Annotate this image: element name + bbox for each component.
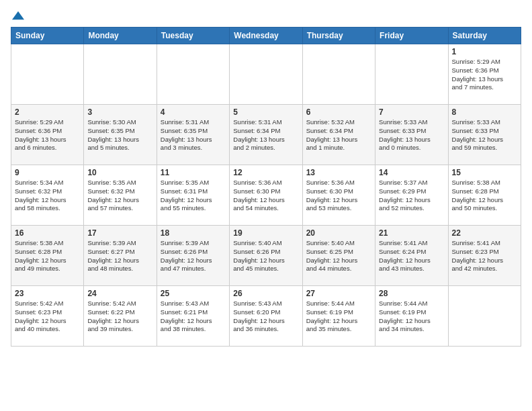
day-info: Sunrise: 5:35 AM Sunset: 6:32 PM Dayligh…: [87, 179, 152, 213]
calendar-day-cell: 21Sunrise: 5:41 AM Sunset: 6:24 PM Dayli…: [375, 226, 448, 286]
calendar-week-row: 2Sunrise: 5:29 AM Sunset: 6:36 PM Daylig…: [11, 105, 521, 165]
calendar-week-row: 23Sunrise: 5:42 AM Sunset: 6:23 PM Dayli…: [11, 286, 521, 347]
calendar-day-cell: 14Sunrise: 5:37 AM Sunset: 6:29 PM Dayli…: [375, 165, 448, 226]
day-info: Sunrise: 5:33 AM Sunset: 6:33 PM Dayligh…: [452, 118, 517, 152]
day-info: Sunrise: 5:42 AM Sunset: 6:23 PM Dayligh…: [15, 300, 80, 334]
day-info: Sunrise: 5:39 AM Sunset: 6:27 PM Dayligh…: [87, 239, 152, 273]
day-number: 4: [161, 107, 226, 117]
day-number: 21: [379, 228, 444, 238]
calendar-day-cell: [157, 44, 229, 105]
calendar-day-cell: 19Sunrise: 5:40 AM Sunset: 6:26 PM Dayli…: [230, 226, 302, 286]
calendar-day-cell: 15Sunrise: 5:38 AM Sunset: 6:28 PM Dayli…: [448, 165, 521, 226]
day-info: Sunrise: 5:36 AM Sunset: 6:30 PM Dayligh…: [306, 179, 371, 213]
calendar-day-cell: 20Sunrise: 5:40 AM Sunset: 6:25 PM Dayli…: [302, 226, 375, 286]
day-info: Sunrise: 5:44 AM Sunset: 6:19 PM Dayligh…: [379, 300, 444, 334]
calendar-day-cell: 28Sunrise: 5:44 AM Sunset: 6:19 PM Dayli…: [375, 286, 448, 347]
day-number: 17: [87, 228, 152, 238]
day-number: 6: [306, 107, 371, 117]
day-info: Sunrise: 5:33 AM Sunset: 6:33 PM Dayligh…: [379, 118, 444, 152]
day-info: Sunrise: 5:31 AM Sunset: 6:35 PM Dayligh…: [161, 118, 226, 152]
day-info: Sunrise: 5:30 AM Sunset: 6:35 PM Dayligh…: [87, 118, 152, 152]
day-number: 24: [87, 289, 152, 298]
day-info: Sunrise: 5:41 AM Sunset: 6:23 PM Dayligh…: [452, 239, 517, 273]
day-info: Sunrise: 5:38 AM Sunset: 6:28 PM Dayligh…: [452, 179, 517, 213]
calendar-day-cell: 4Sunrise: 5:31 AM Sunset: 6:35 PM Daylig…: [157, 105, 229, 165]
calendar-day-cell: 25Sunrise: 5:43 AM Sunset: 6:21 PM Dayli…: [157, 286, 229, 347]
day-number: 18: [161, 228, 226, 238]
day-info: Sunrise: 5:36 AM Sunset: 6:30 PM Dayligh…: [233, 179, 298, 213]
day-info: Sunrise: 5:43 AM Sunset: 6:21 PM Dayligh…: [161, 300, 226, 334]
calendar-day-cell: 2Sunrise: 5:29 AM Sunset: 6:36 PM Daylig…: [11, 105, 84, 165]
calendar-week-row: 16Sunrise: 5:38 AM Sunset: 6:28 PM Dayli…: [11, 226, 521, 286]
calendar-header-row: SundayMondayTuesdayWednesdayThursdayFrid…: [11, 28, 521, 44]
day-info: Sunrise: 5:32 AM Sunset: 6:34 PM Dayligh…: [306, 118, 371, 152]
day-info: Sunrise: 5:29 AM Sunset: 6:36 PM Dayligh…: [452, 58, 517, 92]
day-number: 25: [161, 289, 226, 298]
calendar-week-row: 9Sunrise: 5:34 AM Sunset: 6:32 PM Daylig…: [11, 165, 521, 226]
day-number: 14: [379, 168, 444, 177]
calendar-day-cell: [302, 44, 375, 105]
calendar-day-cell: 12Sunrise: 5:36 AM Sunset: 6:30 PM Dayli…: [230, 165, 302, 226]
day-info: Sunrise: 5:44 AM Sunset: 6:19 PM Dayligh…: [306, 300, 371, 334]
day-info: Sunrise: 5:41 AM Sunset: 6:24 PM Dayligh…: [379, 239, 444, 273]
day-info: Sunrise: 5:42 AM Sunset: 6:22 PM Dayligh…: [87, 300, 152, 334]
day-number: 8: [452, 107, 517, 117]
calendar-day-header: Saturday: [448, 28, 521, 44]
day-number: 28: [379, 289, 444, 298]
day-number: 19: [233, 228, 298, 238]
day-number: 26: [233, 289, 298, 298]
day-number: 12: [233, 168, 298, 177]
calendar-day-cell: 26Sunrise: 5:43 AM Sunset: 6:20 PM Dayli…: [230, 286, 302, 347]
svg-marker-0: [12, 11, 24, 20]
calendar-day-cell: 18Sunrise: 5:39 AM Sunset: 6:26 PM Dayli…: [157, 226, 229, 286]
day-number: 5: [233, 107, 298, 117]
calendar-table: SundayMondayTuesdayWednesdayThursdayFrid…: [11, 27, 521, 347]
calendar-day-cell: 17Sunrise: 5:39 AM Sunset: 6:27 PM Dayli…: [84, 226, 157, 286]
calendar-day-cell: 8Sunrise: 5:33 AM Sunset: 6:33 PM Daylig…: [448, 105, 521, 165]
calendar-day-cell: [11, 44, 84, 105]
calendar-day-cell: [448, 286, 521, 347]
day-info: Sunrise: 5:37 AM Sunset: 6:29 PM Dayligh…: [379, 179, 444, 213]
calendar-day-cell: 1Sunrise: 5:29 AM Sunset: 6:36 PM Daylig…: [448, 44, 521, 105]
day-info: Sunrise: 5:43 AM Sunset: 6:20 PM Dayligh…: [233, 300, 298, 334]
calendar-day-cell: [230, 44, 302, 105]
day-number: 7: [379, 107, 444, 117]
logo: [11, 11, 24, 20]
day-info: Sunrise: 5:38 AM Sunset: 6:28 PM Dayligh…: [15, 239, 80, 273]
day-number: 2: [15, 107, 80, 117]
day-info: Sunrise: 5:34 AM Sunset: 6:32 PM Dayligh…: [15, 179, 80, 213]
day-number: 3: [87, 107, 152, 117]
calendar-day-cell: 11Sunrise: 5:35 AM Sunset: 6:31 PM Dayli…: [157, 165, 229, 226]
calendar-day-cell: 7Sunrise: 5:33 AM Sunset: 6:33 PM Daylig…: [375, 105, 448, 165]
calendar-day-cell: 22Sunrise: 5:41 AM Sunset: 6:23 PM Dayli…: [448, 226, 521, 286]
calendar-day-cell: 24Sunrise: 5:42 AM Sunset: 6:22 PM Dayli…: [84, 286, 157, 347]
calendar-day-cell: 13Sunrise: 5:36 AM Sunset: 6:30 PM Dayli…: [302, 165, 375, 226]
day-info: Sunrise: 5:40 AM Sunset: 6:25 PM Dayligh…: [306, 239, 371, 273]
day-info: Sunrise: 5:29 AM Sunset: 6:36 PM Dayligh…: [15, 118, 80, 152]
calendar-day-cell: 9Sunrise: 5:34 AM Sunset: 6:32 PM Daylig…: [11, 165, 84, 226]
day-number: 23: [15, 289, 80, 298]
day-number: 20: [306, 228, 371, 238]
calendar-day-cell: [84, 44, 157, 105]
day-number: 11: [161, 168, 226, 177]
page-header: [11, 11, 521, 20]
calendar-day-header: Sunday: [11, 28, 84, 44]
calendar-day-header: Monday: [84, 28, 157, 44]
day-number: 9: [15, 168, 80, 177]
calendar-week-row: 1Sunrise: 5:29 AM Sunset: 6:36 PM Daylig…: [11, 44, 521, 105]
calendar-day-header: Tuesday: [157, 28, 229, 44]
day-number: 15: [452, 168, 517, 177]
calendar-day-cell: 10Sunrise: 5:35 AM Sunset: 6:32 PM Dayli…: [84, 165, 157, 226]
calendar-day-header: Wednesday: [230, 28, 302, 44]
day-info: Sunrise: 5:35 AM Sunset: 6:31 PM Dayligh…: [161, 179, 226, 213]
calendar-day-cell: [375, 44, 448, 105]
day-number: 10: [87, 168, 152, 177]
calendar-day-cell: 16Sunrise: 5:38 AM Sunset: 6:28 PM Dayli…: [11, 226, 84, 286]
day-info: Sunrise: 5:39 AM Sunset: 6:26 PM Dayligh…: [161, 239, 226, 273]
calendar-day-cell: 5Sunrise: 5:31 AM Sunset: 6:34 PM Daylig…: [230, 105, 302, 165]
day-number: 1: [452, 47, 517, 56]
calendar-day-header: Friday: [375, 28, 448, 44]
day-number: 22: [452, 228, 517, 238]
day-number: 16: [15, 228, 80, 238]
calendar-day-cell: 27Sunrise: 5:44 AM Sunset: 6:19 PM Dayli…: [302, 286, 375, 347]
